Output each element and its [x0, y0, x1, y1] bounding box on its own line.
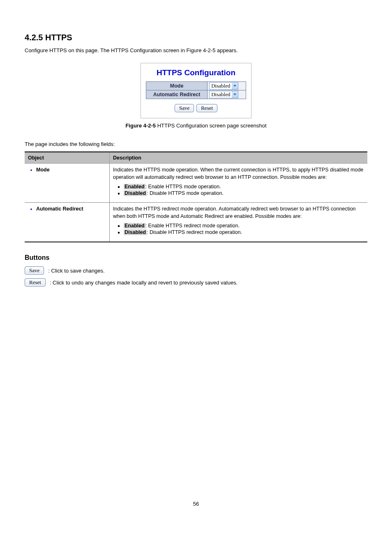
section-intro: Configure HTTPS on this page. The HTTPS …: [25, 46, 367, 55]
chevron-down-icon: [232, 83, 238, 89]
redirect-opt-enabled: Enabled: [124, 223, 145, 229]
table-intro: The page includes the following fields:: [25, 141, 367, 147]
reset-button-row: Reset : Click to undo any changes made l…: [25, 278, 367, 287]
redirect-select[interactable]: Disabled: [209, 91, 238, 98]
mode-opt-enabled-rest: : Enable HTTPS mode operation.: [145, 184, 221, 190]
obj-redirect: Automatic Redirect: [36, 206, 83, 212]
figure-container: HTTPS Configuration Mode Disabled Aut: [25, 63, 367, 118]
https-config-panel: HTTPS Configuration Mode Disabled Aut: [141, 63, 251, 118]
redirect-opt-disabled-rest: : Disable HTTPS redirect mode operation.: [147, 229, 242, 235]
figure-label: Figure 4-2-5: [125, 123, 156, 129]
col-description: Description: [110, 152, 368, 163]
mode-opt-disabled: Disabled: [124, 190, 147, 196]
figure-label-rest: HTTPS Configuration screen page screensh…: [156, 123, 267, 129]
figure-caption: Figure 4-2-5 HTTPS Configuration screen …: [25, 123, 367, 129]
description-table: Object Description Mode Indicates the HT…: [25, 151, 367, 243]
obj-mode: Mode: [36, 167, 50, 173]
panel-reset-button[interactable]: Reset: [196, 104, 217, 112]
save-button[interactable]: Save: [25, 266, 44, 275]
mode-lead: Indicates the HTTPS mode operation. When…: [113, 166, 364, 181]
section-heading: 4.2.5 HTTPS: [25, 33, 367, 42]
mode-opt-disabled-rest: : Disable HTTPS mode operation.: [147, 190, 224, 196]
save-button-row: Save : Click to save changes.: [25, 266, 367, 275]
redirect-opt-disabled: Disabled: [124, 229, 147, 235]
redirect-lead: Indicates the HTTPS redirect mode operat…: [113, 205, 364, 220]
section-name: HTTPS: [45, 33, 72, 42]
row-redirect-label: Automatic Redirect: [146, 90, 208, 99]
reset-desc: : Click to undo any changes made locally…: [50, 278, 367, 287]
section-number: 4.2.5: [25, 33, 43, 42]
reset-button[interactable]: Reset: [25, 278, 46, 287]
chevron-down-icon: [232, 91, 238, 98]
row-mode-label: Mode: [146, 81, 208, 90]
save-desc: : Click to save changes.: [48, 266, 367, 275]
page-number: 56: [25, 501, 367, 507]
mode-select-value: Disabled: [211, 83, 231, 89]
buttons-heading: Buttons: [25, 254, 367, 261]
page-root: 4.2.5 HTTPS Configure HTTPS on this page…: [0, 0, 392, 523]
col-object: Object: [25, 152, 110, 163]
redirect-select-value: Disabled: [211, 91, 231, 98]
mode-opt-enabled: Enabled: [124, 184, 145, 190]
mode-select[interactable]: Disabled: [209, 82, 238, 90]
panel-button-row: Save Reset: [146, 104, 246, 112]
panel-save-button[interactable]: Save: [175, 104, 194, 112]
table-row: Mode Indicates the HTTPS mode operation.…: [25, 163, 367, 202]
table-row: Automatic Redirect Indicates the HTTPS r…: [25, 202, 367, 242]
panel-title: HTTPS Configuration: [146, 68, 246, 77]
config-table: Mode Disabled Automatic Redirect: [146, 81, 246, 99]
redirect-opt-enabled-rest: : Enable HTTPS redirect mode operation.: [145, 223, 240, 229]
